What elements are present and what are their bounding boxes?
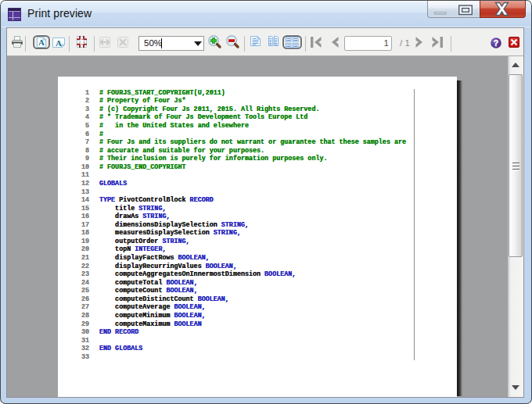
svg-text:?: ? <box>494 38 498 48</box>
svg-text:A: A <box>56 38 62 48</box>
svg-text:A: A <box>38 38 45 47</box>
